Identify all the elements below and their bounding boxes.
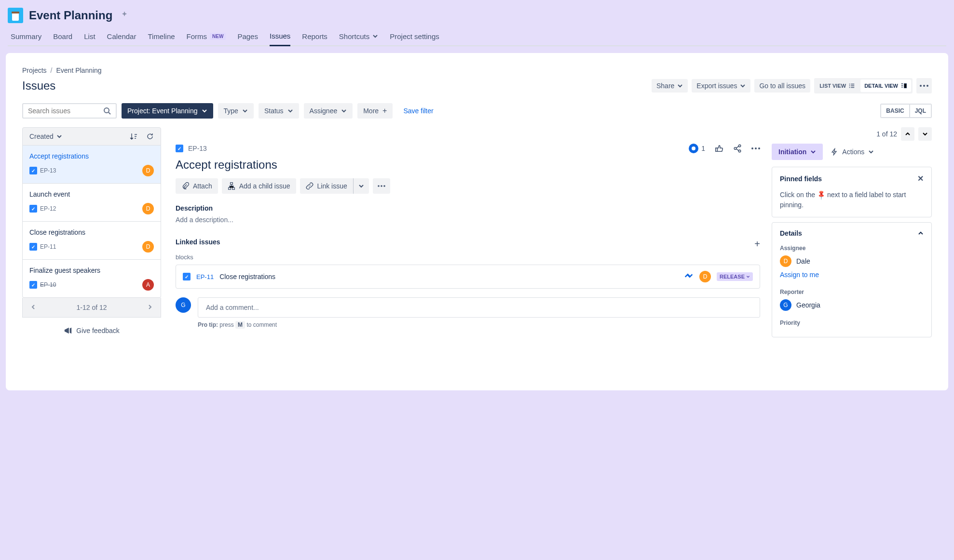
go-to-all-issues-button[interactable]: Go to all issues <box>754 79 810 93</box>
tab-list[interactable]: List <box>84 32 95 45</box>
more-actions-button[interactable] <box>373 178 390 194</box>
sort-dropdown[interactable]: Created <box>29 133 62 140</box>
detail-paging-label: 1 of 12 <box>876 130 897 138</box>
issue-item-key: EP-11 <box>40 243 56 250</box>
export-button[interactable]: Export issues <box>692 79 750 93</box>
basic-mode-button[interactable]: BASIC <box>881 105 910 117</box>
tab-forms-label: Forms <box>187 32 207 40</box>
assignee-avatar: D <box>142 203 154 214</box>
tab-shortcuts[interactable]: Shortcuts <box>339 32 378 45</box>
search-input-wrapper[interactable] <box>22 103 117 119</box>
linked-issue-row[interactable]: EP-11 Close registrations D RELEASE <box>176 265 760 289</box>
description-label: Description <box>176 204 760 212</box>
assignee-value[interactable]: D Dale <box>780 255 924 267</box>
customize-icon[interactable] <box>120 11 129 21</box>
save-filter-link[interactable]: Save filter <box>403 107 433 115</box>
add-linked-issue-button[interactable]: + <box>754 239 760 250</box>
query-mode-toggle: BASIC JQL <box>880 104 932 118</box>
linked-avatar: D <box>699 271 711 282</box>
issue-list-item[interactable]: Close registrations EP-11 D <box>23 222 161 260</box>
refresh-icon[interactable] <box>146 133 154 140</box>
tab-timeline[interactable]: Timeline <box>148 32 175 45</box>
add-child-issue-button[interactable]: Add a child issue <box>222 178 296 194</box>
pager-next[interactable] <box>145 304 155 311</box>
tab-issues[interactable]: Issues <box>270 32 290 46</box>
megaphone-icon <box>64 326 72 335</box>
assign-to-me-link[interactable]: Assign to me <box>780 270 924 280</box>
type-filter[interactable]: Type <box>218 103 254 119</box>
status-filter[interactable]: Status <box>259 103 299 119</box>
sort-direction-icon[interactable] <box>130 133 137 140</box>
more-options-button[interactable] <box>916 78 932 93</box>
watch-button[interactable]: 1 <box>689 144 705 153</box>
jql-mode-button[interactable]: JQL <box>910 105 931 117</box>
issue-list-item[interactable]: Finalize guest speakers EP-10 A <box>23 260 161 297</box>
linked-issue-key[interactable]: EP-11 <box>196 273 214 280</box>
detail-prev-button[interactable] <box>901 127 914 141</box>
list-view-button[interactable]: LIST VIEW <box>816 80 859 92</box>
linked-issues-label: Linked issues <box>176 238 220 246</box>
actions-dropdown[interactable]: Actions <box>829 144 876 160</box>
breadcrumb: Projects / Event Planning <box>22 67 932 74</box>
issue-title[interactable]: Accept registrations <box>176 158 760 172</box>
more-filter[interactable]: More + <box>357 103 393 119</box>
breadcrumb-project[interactable]: Event Planning <box>56 67 101 74</box>
chevron-down-icon <box>868 149 874 155</box>
feedback-button[interactable]: Give feedback <box>22 318 161 337</box>
project-filter[interactable]: Project: Event Planning <box>122 103 213 119</box>
details-panel-header[interactable]: Details <box>772 223 931 244</box>
pager-prev[interactable] <box>28 304 38 311</box>
comment-input[interactable]: Add a comment... <box>198 297 760 318</box>
kebab-icon[interactable] <box>751 147 760 149</box>
issue-list-item[interactable]: Launch event EP-12 D <box>23 184 161 222</box>
issue-list-item[interactable]: Accept registrations EP-13 D <box>23 146 161 184</box>
page-title: Issues <box>22 79 55 93</box>
thumbs-up-icon[interactable] <box>715 144 723 153</box>
detail-next-button[interactable] <box>918 127 932 141</box>
detail-view-button[interactable]: DETAIL VIEW <box>860 80 911 92</box>
chevron-up-icon <box>905 131 911 137</box>
description-placeholder[interactable]: Add a description... <box>176 216 760 224</box>
project-tabs: Summary Board List Calendar Timeline For… <box>8 32 946 46</box>
tab-project-settings[interactable]: Project settings <box>390 32 439 45</box>
issue-type-icon <box>29 167 37 174</box>
link-issue-button[interactable]: Link issue <box>300 178 353 194</box>
chevron-down-icon <box>810 149 816 155</box>
linked-issue-title: Close registrations <box>219 273 678 280</box>
svg-point-4 <box>104 108 109 113</box>
issue-item-title: Accept registrations <box>29 152 154 160</box>
kebab-icon <box>378 185 385 187</box>
svg-point-1 <box>920 85 922 87</box>
tab-board[interactable]: Board <box>53 32 72 45</box>
share-button[interactable]: Share <box>652 79 688 93</box>
chevron-down-icon <box>372 33 378 39</box>
tab-reports[interactable]: Reports <box>302 32 327 45</box>
detail-icon <box>900 82 907 89</box>
assignee-filter[interactable]: Assignee <box>304 103 353 119</box>
tab-forms[interactable]: Forms NEW <box>187 32 226 45</box>
attach-button[interactable]: Attach <box>176 178 218 194</box>
close-pinned-button[interactable]: ✕ <box>917 174 924 183</box>
linked-status-chip[interactable]: RELEASE <box>717 272 753 281</box>
list-pager: 1-12 of 12 <box>22 298 161 318</box>
reporter-avatar: G <box>780 299 791 311</box>
search-input[interactable] <box>28 107 95 115</box>
chevron-up-icon <box>918 230 924 236</box>
issue-list: Accept registrations EP-13 D Launch even… <box>22 146 161 298</box>
reporter-value[interactable]: G Georgia <box>780 299 924 311</box>
chevron-down-icon <box>202 108 207 114</box>
pinned-fields-panel: Pinned fields ✕ Click on the 📌 next to a… <box>772 167 932 217</box>
link-issue-dropdown[interactable] <box>354 178 369 194</box>
breadcrumb-root[interactable]: Projects <box>22 67 47 74</box>
tab-calendar[interactable]: Calendar <box>107 32 136 45</box>
status-dropdown[interactable]: Initiation <box>772 144 823 160</box>
breadcrumb-separator: / <box>51 67 53 74</box>
svg-point-2 <box>923 85 925 87</box>
chevron-down-icon <box>740 83 746 89</box>
tab-pages[interactable]: Pages <box>237 32 258 45</box>
sort-bar: Created <box>22 127 161 146</box>
issue-key[interactable]: EP-13 <box>188 145 207 152</box>
tab-summary[interactable]: Summary <box>11 32 41 45</box>
share-icon[interactable] <box>733 144 742 153</box>
eye-icon <box>689 144 698 153</box>
